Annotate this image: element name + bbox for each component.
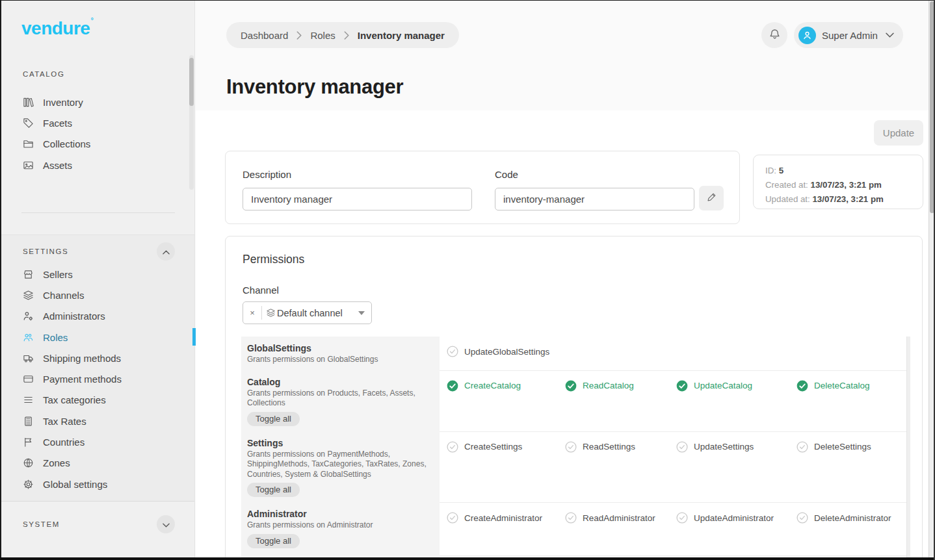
sidebar-item-tax-rates[interactable]: Tax Rates: [1, 411, 194, 431]
sidebar-item-label: Tax Rates: [43, 416, 86, 427]
channel-select[interactable]: × Default channel: [243, 301, 372, 324]
sidebar-item-label: Collections: [43, 138, 90, 149]
sidebar-section-header: CATALOG: [1, 64, 194, 84]
permissions-title: Permissions: [243, 253, 304, 266]
permission-label: CreateAdministrator: [464, 513, 542, 523]
permission-checkbox-deleteadministrator[interactable]: DeleteAdministrator: [797, 512, 906, 524]
sidebar-item-channels[interactable]: Channels: [1, 285, 194, 305]
permission-label: ReadCatalog: [583, 381, 634, 390]
permission-checkbox-createcatalog[interactable]: CreateCatalog: [447, 380, 565, 392]
permission-label: DeleteSettings: [814, 442, 871, 452]
permission-label: CreateCatalog: [464, 381, 521, 390]
window-edge: [0, 0, 935, 1]
permission-checkbox-readsettings[interactable]: ReadSettings: [565, 441, 676, 453]
sidebar-item-administrators[interactable]: Administrators: [1, 306, 194, 327]
folder-icon: [23, 138, 34, 150]
sidebar-item-label: Administrators: [43, 311, 105, 322]
main-area: DashboardRolesInventory manager Super Ad…: [196, 1, 928, 557]
permission-checkbox-readcatalog[interactable]: ReadCatalog: [565, 380, 676, 392]
section-title: SETTINGS: [23, 248, 68, 255]
sidebar-item-tax-categories[interactable]: Tax categories: [1, 390, 194, 411]
unchecked-circle-icon: [565, 512, 577, 524]
permission-row-administrator: Administrator Grants permissions on Admi…: [241, 502, 906, 555]
section-collapse-button[interactable]: [157, 242, 175, 261]
checked-circle-icon: [797, 380, 808, 392]
permission-checkbox-updatesettings[interactable]: UpdateSettings: [676, 441, 797, 453]
permission-checkbox-deletecatalog[interactable]: DeleteCatalog: [797, 380, 906, 392]
permission-group-name: GlobalSettings: [247, 343, 430, 353]
description-input[interactable]: [243, 188, 472, 210]
sidebar-section-header: SYSTEM: [1, 515, 194, 534]
sidebar-item-countries[interactable]: Countries: [1, 431, 194, 452]
user-menu[interactable]: Super Admin: [794, 22, 903, 48]
entity-updated-at: Updated at: 13/07/23, 3:21 pm: [765, 192, 911, 207]
sidebar-section-system: SYSTEM: [1, 515, 194, 542]
permissions-card: Permissions Channel × Default channel Gl…: [225, 236, 923, 558]
user-gear-icon: [23, 311, 34, 322]
permission-label: UpdateCatalog: [694, 381, 752, 390]
permission-row-info: Catalog Grants permissions on Products, …: [241, 370, 440, 431]
sidebar-item-payment-methods[interactable]: Payment methods: [1, 368, 194, 389]
chevron-up-icon: [163, 247, 170, 257]
code-input[interactable]: [495, 188, 694, 210]
permission-checkbox-updateadministrator[interactable]: UpdateAdministrator: [676, 512, 797, 524]
truck-icon: [23, 352, 34, 364]
permission-label: DeleteAdministrator: [814, 513, 891, 523]
sidebar-item-inventory[interactable]: Inventory: [1, 92, 194, 112]
entity-id: ID: 5: [765, 164, 911, 178]
storefront-icon: [23, 268, 34, 280]
sidebar-item-assets[interactable]: Assets: [1, 155, 194, 175]
toggle-all-button[interactable]: Toggle all: [247, 534, 300, 548]
remove-channel-icon[interactable]: ×: [243, 308, 261, 318]
permission-label: UpdateGlobalSettings: [464, 347, 549, 357]
sidebar-item-roles[interactable]: Roles: [1, 327, 194, 348]
sidebar-item-collections[interactable]: Collections: [1, 134, 194, 155]
select-caret-icon: [358, 311, 365, 315]
permission-checkbox-deletesettings[interactable]: DeleteSettings: [797, 441, 906, 453]
sidebar-section-catalog: CATALOG Inventory Facets Collections Ass…: [1, 64, 194, 175]
window-edge: [0, 0, 1, 560]
flag-icon: [23, 437, 34, 448]
tag-icon: [23, 117, 34, 129]
permission-label: ReadAdministrator: [583, 513, 655, 523]
gear-icon: [23, 478, 34, 490]
permission-label: CreateSettings: [464, 442, 522, 452]
sidebar-item-label: Global settings: [43, 479, 107, 490]
logo-text: vendure: [21, 18, 90, 38]
breadcrumb-item-dashboard[interactable]: Dashboard: [241, 30, 288, 41]
unchecked-circle-icon: [447, 441, 458, 453]
update-button[interactable]: Update: [874, 120, 923, 146]
edit-code-button[interactable]: [699, 186, 724, 210]
permission-checkbox-createadministrator[interactable]: CreateAdministrator: [447, 512, 565, 524]
permission-table: GlobalSettings Grants permissions on Glo…: [241, 337, 906, 558]
window-edge: [0, 557, 935, 560]
pencil-icon: [706, 192, 717, 205]
breadcrumb-item-inventory-manager[interactable]: Inventory manager: [358, 30, 445, 41]
toggle-all-button[interactable]: Toggle all: [247, 412, 300, 426]
section-collapse-button[interactable]: [157, 515, 175, 533]
vendure-logo[interactable]: vendure°: [21, 16, 93, 39]
unchecked-circle-icon: [797, 441, 808, 453]
sidebar-item-zones[interactable]: Zones: [1, 453, 194, 474]
permission-checkbox-createsettings[interactable]: CreateSettings: [447, 441, 565, 453]
sidebar-item-sellers[interactable]: Sellers: [1, 264, 194, 285]
unchecked-circle-icon: [565, 441, 577, 453]
sidebar-item-facets[interactable]: Facets: [1, 112, 194, 133]
description-label: Description: [243, 169, 472, 180]
toggle-all-button[interactable]: Toggle all: [247, 483, 300, 497]
sidebar-item-label: Payment methods: [43, 374, 122, 385]
permission-checkbox-updateglobalsettings[interactable]: UpdateGlobalSettings: [447, 346, 565, 357]
sidebar-item-shipping-methods[interactable]: Shipping methods: [1, 348, 194, 368]
permission-checkbox-updatecatalog[interactable]: UpdateCatalog: [676, 380, 797, 392]
calculator-icon: [23, 415, 34, 427]
section-title: CATALOG: [23, 70, 64, 78]
sidebar-item-global-settings[interactable]: Global settings: [1, 474, 194, 494]
code-label: Code: [495, 169, 694, 180]
sidebar-section-header: SETTINGS: [1, 242, 194, 261]
sidebar-item-label: Shipping methods: [43, 353, 121, 364]
permission-checkbox-readadministrator[interactable]: ReadAdministrator: [565, 512, 676, 524]
sidebar-item-label: Channels: [43, 290, 84, 301]
notifications-button[interactable]: [761, 22, 787, 48]
breadcrumb-item-roles[interactable]: Roles: [310, 30, 335, 41]
permission-table-scrollbar[interactable]: [906, 337, 910, 557]
